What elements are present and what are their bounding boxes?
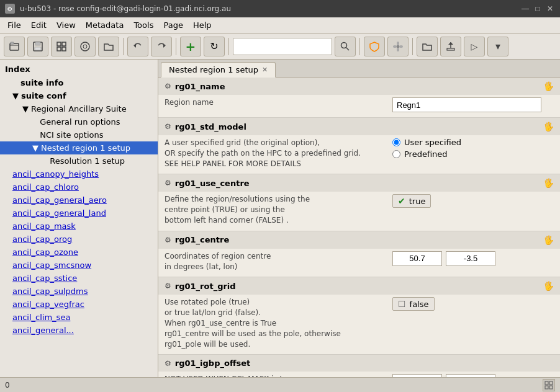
sidebar-link-cap-general-land[interactable]: ancil_cap_general_land — [12, 208, 106, 218]
sidebar-item-cap-smcsnow[interactable]: ancil_cap_smcsnow — [0, 259, 158, 272]
sidebar-item-general-more[interactable]: ancil_general... — [0, 324, 158, 337]
titlebar-controls[interactable]: — □ ✕ — [520, 4, 555, 14]
rg01-name-input[interactable] — [392, 97, 541, 112]
sidebar-link-cap-mask[interactable]: ancil_cap_mask — [12, 221, 76, 231]
save-button[interactable] — [27, 37, 48, 56]
rg01-std-model-radio-user-input[interactable] — [392, 138, 400, 146]
sidebar-item-nci-site[interactable]: NCI site options — [0, 128, 158, 141]
sidebar-arrow-regional: ▼ — [22, 104, 29, 114]
sidebar-item-suite-conf[interactable]: ▼ suite conf — [0, 89, 158, 102]
rg01-std-model-radio-group: User specified Predefined — [392, 138, 461, 159]
sidebar-item-general-run[interactable]: General run options — [0, 115, 158, 128]
rg01-std-model-radio-predefined[interactable]: Predefined — [392, 149, 461, 159]
shield-button[interactable] — [364, 37, 385, 56]
search-button[interactable] — [335, 37, 356, 56]
config-trigger-rg01-rot-grid[interactable]: 🖐 — [543, 281, 554, 291]
config-desc-rg01-name: Region name — [165, 97, 386, 108]
undo-button[interactable] — [127, 37, 148, 56]
search-input[interactable] — [233, 38, 332, 55]
config-icon-rg01-rot-grid: ⚙ — [165, 282, 171, 290]
sidebar-label-resolution: Resolution 1 setup — [50, 156, 125, 166]
svg-point-19 — [399, 45, 403, 48]
config-row-rg01-igbp-offset-body: NOT USED WHEN CCI_MASK is true(y,x) in k… — [158, 372, 560, 377]
menu-tools[interactable]: Tools — [129, 19, 158, 31]
rg01-igbp-offset-y-input[interactable] — [392, 374, 442, 377]
sidebar-item-cap-general-land[interactable]: ancil_cap_general_land — [0, 207, 158, 220]
config-trigger-rg01-std-model[interactable]: 🖐 — [543, 122, 554, 131]
tab-label: Nested region 1 setup — [169, 65, 258, 74]
sidebar-item-cap-mask[interactable]: ancil_cap_mask — [0, 220, 158, 233]
grid-button[interactable] — [51, 37, 72, 56]
open-button[interactable] — [4, 37, 25, 56]
sidebar-link-cap-sulpdms[interactable]: ancil_cap_sulpdms — [12, 287, 88, 296]
sidebar-item-cap-chloro[interactable]: ancil_cap_chloro — [0, 180, 158, 194]
tab-close-icon[interactable]: ✕ — [262, 66, 268, 74]
sidebar-item-cap-general-aero[interactable]: ancil_cap_general_aero — [0, 194, 158, 207]
add-button[interactable]: + — [180, 37, 201, 56]
upload-button[interactable] — [440, 37, 461, 56]
sidebar-link-cap-sstice[interactable]: ancil_cap_sstice — [12, 274, 77, 283]
sidebar-item-resolution[interactable]: Resolution 1 setup — [0, 154, 158, 167]
play-button[interactable]: ▷ — [464, 37, 485, 56]
sidebar-item-cap-ozone[interactable]: ancil_cap_ozone — [0, 246, 158, 259]
sidebar-item-nested-region[interactable]: ▼ Nested region 1 setup — [0, 141, 158, 154]
svg-rect-6 — [62, 42, 66, 46]
config-row-rg01-std-model-body: A user specified grid (the original opti… — [158, 135, 560, 174]
flower-button[interactable] — [387, 37, 409, 56]
maximize-button[interactable]: □ — [533, 4, 543, 14]
folder2-button[interactable] — [417, 37, 438, 56]
rg01-centre-lat-input[interactable] — [392, 251, 442, 266]
sidebar-item-cap-vegfrac[interactable]: ancil_cap_vegfrac — [0, 298, 158, 311]
rg01-use-centre-btn[interactable]: ✔ true — [392, 194, 431, 208]
menu-metadata[interactable]: Metadata — [81, 19, 129, 31]
titlebar: ⚙ u-bu503 - rose config-edit@gadi-login-… — [0, 0, 560, 17]
sidebar-link-cap-orog[interactable]: ancil_cap_orog — [12, 234, 72, 244]
menu-help[interactable]: Help — [188, 19, 217, 31]
menu-page[interactable]: Page — [158, 19, 187, 31]
menu-edit[interactable]: Edit — [26, 19, 52, 31]
minimize-button[interactable]: — — [520, 4, 530, 14]
sidebar-item-cap-orog[interactable]: ancil_cap_orog — [0, 233, 158, 246]
sidebar-link-cap-chloro[interactable]: ancil_cap_chloro — [12, 182, 79, 192]
menu-file[interactable]: File — [2, 19, 26, 31]
statusbar-right-btn[interactable] — [543, 379, 555, 391]
sidebar-header: Index — [0, 62, 158, 76]
rg01-igbp-offset-x-input[interactable] — [446, 374, 495, 377]
sidebar-link-cap-vegfrac[interactable]: ancil_cap_vegfrac — [12, 300, 84, 309]
config-value-rg01-use-centre: ✔ true — [392, 194, 554, 208]
rg01-centre-lon-input[interactable] — [446, 251, 495, 266]
close-button[interactable]: ✕ — [545, 4, 555, 14]
sidebar-link-clim-sea[interactable]: ancil_clim_sea — [12, 313, 70, 322]
sidebar-arrow-nested: ▼ — [32, 143, 38, 153]
sidebar-link-cap-smcsnow[interactable]: ancil_cap_smcsnow — [12, 261, 91, 270]
redo-button[interactable] — [151, 37, 172, 56]
sidebar-item-regional[interactable]: ▼ Regional Ancillary Suite — [0, 102, 158, 115]
rg01-std-model-radio-user[interactable]: User specified — [392, 138, 461, 147]
config-trigger-rg01-centre[interactable]: 🖐 — [543, 235, 554, 245]
sidebar-item-cap-sulpdms[interactable]: ancil_cap_sulpdms — [0, 285, 158, 298]
sidebar-item-clim-sea[interactable]: ancil_clim_sea — [0, 311, 158, 324]
sidebar-link-cap-general-aero[interactable]: ancil_cap_general_aero — [12, 195, 107, 205]
tab-nested-region[interactable]: Nested region 1 setup ✕ — [161, 62, 276, 78]
folder-button[interactable] — [98, 37, 119, 56]
refresh-button[interactable]: ↻ — [204, 37, 225, 56]
sidebar-label-nci-site: NCI site options — [40, 130, 103, 140]
rg01-rot-grid-btn[interactable]: ☐ false — [392, 297, 435, 311]
more-button[interactable]: ▾ — [487, 37, 508, 56]
sidebar-item-suite-info[interactable]: suite info — [0, 76, 158, 89]
disk-button[interactable] — [75, 37, 96, 56]
sidebar-item-canopy-heights[interactable]: ancil_canopy_heights — [0, 167, 158, 180]
sidebar-label-nested: Nested region 1 setup — [41, 143, 130, 153]
rg01-std-model-radio-predefined-input[interactable] — [392, 150, 400, 158]
sidebar-link-cap-ozone[interactable]: ancil_cap_ozone — [12, 247, 78, 257]
config-row-rg01-use-centre-header: ⚙ rg01_use_centre 🖐 — [158, 174, 560, 192]
sidebar-arrow-nci-site — [32, 130, 37, 140]
config-trigger-rg01-name[interactable]: 🖐 — [543, 81, 554, 91]
sidebar-link-general-more[interactable]: ancil_general... — [12, 326, 74, 335]
menu-view[interactable]: View — [52, 19, 81, 31]
sidebar-link-canopy-heights[interactable]: ancil_canopy_heights — [12, 169, 99, 179]
config-trigger-rg01-use-centre[interactable]: 🖐 — [543, 178, 554, 188]
config-name-rg01-std-model: rg01_std_model — [175, 122, 540, 131]
sidebar-item-cap-sstice[interactable]: ancil_cap_sstice — [0, 272, 158, 285]
config-icon-rg01-igbp-offset: ⚙ — [165, 359, 171, 368]
